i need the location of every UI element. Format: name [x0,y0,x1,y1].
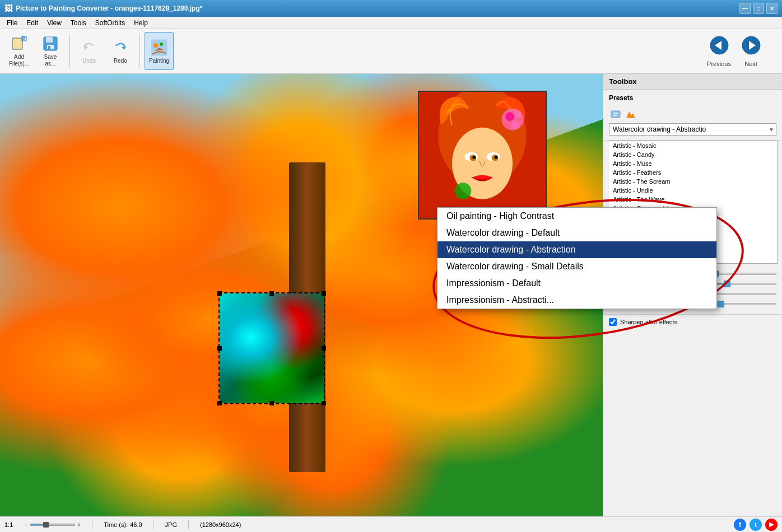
svg-marker-9 [85,45,88,50]
next-label: Next [744,60,757,67]
toolbox-icon-2[interactable] [623,108,637,121]
preset-item-candy[interactable]: Artistic - Candy [608,150,777,159]
svg-point-30 [495,156,498,159]
toolbar: + AddFile(s)... Saveas... Undo [0,29,782,74]
painting-icon [150,39,168,57]
smooth-row: Smooth [609,301,776,307]
presets-section: Presets Watercolor [603,90,782,141]
toolbox-panel: Toolbox Presets [603,74,782,516]
previous-button[interactable]: Previous [704,32,734,70]
add-file-button[interactable]: + AddFile(s)... [4,32,34,70]
abstraction-row: Abstraction [609,270,776,277]
app-icon: 🖼 [4,4,12,13]
format-indicator: JPG [165,521,177,528]
title-bar: 🖼 Picture to Painting Converter - orange… [0,0,782,17]
status-bar: 1:1 − + Time (s): 46.0 JPG (1280x960x24)… [0,516,782,532]
next-icon [741,35,761,59]
zoom-minus[interactable]: − [24,521,27,528]
toolbox-header: Toolbox [603,74,782,90]
preset-item-oil-relief[interactable]: Oil painting - Relief [608,231,777,240]
sharpen-label[interactable]: Sharpen after effects [620,319,677,325]
minimize-button[interactable]: — [739,3,751,14]
abstraction-label: Abstraction [609,270,654,277]
time-indicator: Time (s): 46.0 [104,521,142,528]
saturation-row: Saturation [609,291,776,297]
status-sep-2 [153,520,154,529]
saturation-label: Saturation [609,291,654,297]
preset-item-mosaic[interactable]: Artistic - Mosaic [608,141,777,150]
next-button[interactable]: Next [736,32,766,70]
undo-label: Undo [82,58,96,64]
preset-item-starry[interactable]: Artistic - Starry night [608,204,777,213]
toolbox-icon-1[interactable] [609,108,622,121]
presets-label: Presets [609,94,776,102]
saturation-track[interactable] [654,293,776,295]
svg-rect-8 [48,46,50,49]
previous-label: Previous [707,60,731,67]
preset-list-panel: Artistic - Mosaic Artistic - Candy Artis… [608,141,778,264]
redo-label: Redo [114,58,127,64]
svg-text:+: + [24,36,27,42]
svg-marker-10 [122,45,125,50]
menu-edit[interactable]: Edit [22,18,43,28]
menu-softorbits[interactable]: SoftOrbits [91,18,129,28]
toolbox-icon-row [609,105,776,123]
details-track[interactable] [654,283,776,285]
undo-icon [80,39,98,57]
svg-point-29 [472,156,476,159]
preset-item-oil-default[interactable]: Oil painting - Default [608,222,777,231]
preset-item-wave[interactable]: Artistic - The Wave [608,195,777,204]
youtube-icon[interactable]: ▶ [765,519,778,531]
preview-thumbnail [418,91,547,220]
preset-item-composition[interactable]: Artistic - Composition [608,213,777,222]
add-file-icon: + [10,35,28,53]
status-sep-3 [188,520,189,529]
time-value: 46.0 [130,521,142,528]
svg-rect-32 [611,111,620,118]
preset-item-undie[interactable]: Artistic - Undie [608,186,777,195]
menu-help[interactable]: Help [129,18,152,28]
zoom-value: 1:1 [4,521,13,528]
menu-file[interactable]: File [2,18,22,28]
preset-item-scream[interactable]: Artistic - The Scream [608,177,777,186]
menu-bar: File Edit View Tools SoftOrbits Help [0,17,782,29]
preset-item-feathers[interactable]: Artistic - Feathers [608,168,777,177]
painting-button[interactable]: Painting [145,32,174,70]
close-button[interactable]: ✕ [766,3,778,14]
canvas-area[interactable] [0,74,603,516]
save-as-label: Saveas... [44,54,57,67]
toolbar-separator-1 [69,34,70,68]
social-icons: f t ▶ [734,519,778,531]
sharpen-row: Sharpen after effects [603,315,782,329]
undo-button[interactable]: Undo [75,32,104,70]
svg-point-12 [153,43,158,48]
preset-item-muse[interactable]: Artistic - Muse [608,159,777,168]
preset-item-oil-light[interactable]: Oil painting - Light [608,258,777,264]
save-icon [41,35,59,53]
redo-button[interactable]: Redo [106,32,135,70]
menu-view[interactable]: View [43,18,66,28]
dimensions-indicator: (1280x960x24) [200,521,241,528]
zoom-indicator: 1:1 [4,521,13,528]
abstraction-track[interactable] [654,273,776,275]
zoom-slider[interactable] [30,524,75,526]
preset-item-oil-flat[interactable]: Oil painting - Flat [608,240,777,249]
dimensions-value: (1280x960x24) [200,521,241,528]
sharpen-checkbox[interactable] [609,318,617,326]
zoom-plus[interactable]: + [77,521,81,528]
twitter-icon[interactable]: t [750,519,762,531]
maximize-button[interactable]: □ [753,3,764,14]
smooth-label: Smooth [609,301,654,307]
sliders-section: Abstraction Details Saturation [603,267,782,315]
time-label: Time (s): [104,521,128,528]
preset-item-oil-small[interactable]: Oil painting - Small Details [608,249,777,258]
smooth-track[interactable] [654,303,776,305]
tree-trunk [289,162,325,472]
svg-point-23 [515,110,522,117]
svg-rect-6 [46,37,53,43]
facebook-icon[interactable]: f [734,519,746,531]
menu-tools[interactable]: Tools [66,18,91,28]
preset-select[interactable]: Watercolor drawing - Abstractio [609,123,776,136]
window-controls: — □ ✕ [739,3,778,14]
save-as-button[interactable]: Saveas... [36,32,65,70]
